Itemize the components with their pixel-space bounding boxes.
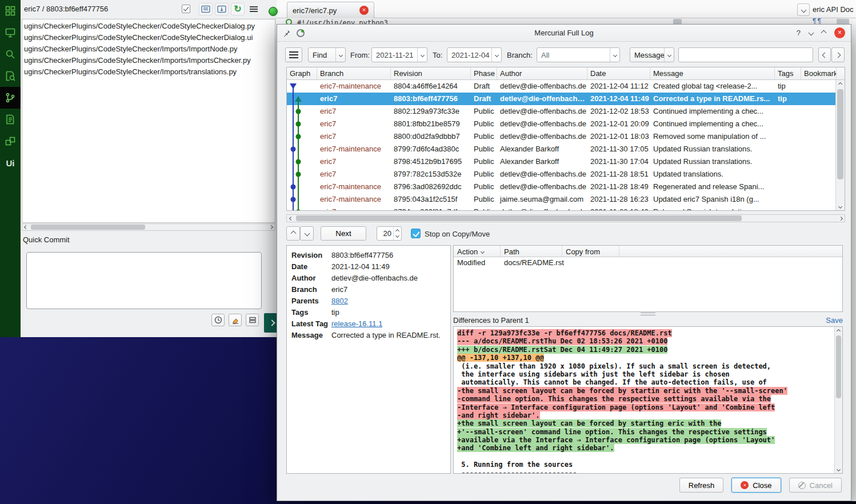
log-row[interactable]: eric78802:129a973fc33ePublicdetlev@die-o…: [287, 105, 835, 118]
dialog-title: Mercurial Full Log: [277, 29, 851, 37]
scroll-left-icon[interactable]: [287, 215, 295, 221]
file-list-hscrollbar[interactable]: [22, 223, 275, 231]
detail-value-link[interactable]: release-16.11.1: [331, 318, 382, 330]
log-column-header[interactable]: Author: [497, 67, 587, 79]
from-date-field[interactable]: 2021-11-21: [371, 47, 427, 62]
file-list-item[interactable]: ugins/CheckerPlugins/CodeStyleChecker/Co…: [22, 21, 275, 32]
rail-grid-button[interactable]: [0, 0, 21, 22]
rail-terminal-button[interactable]: [0, 22, 21, 43]
rail-find-in-files-button[interactable]: [0, 65, 21, 87]
toolbar-menu-button[interactable]: [285, 47, 302, 62]
move-down-button[interactable]: [300, 226, 314, 241]
log-hscrollbar[interactable]: [286, 214, 845, 222]
log-vscrollbar[interactable]: [835, 80, 845, 210]
files-row[interactable]: Modifieddocs/README.rst: [454, 257, 842, 269]
next-button[interactable]: Next: [321, 226, 366, 241]
log-row[interactable]: eric7-maintenance8799:7d6fc4ad380cPublic…: [287, 143, 835, 155]
panel-splitter-handle[interactable]: [453, 312, 843, 316]
files-column-action[interactable]: Action: [454, 246, 501, 257]
search-input[interactable]: [678, 47, 813, 62]
stop-on-copy-checkbox[interactable]: [411, 229, 421, 238]
shade-up-icon[interactable]: [821, 30, 827, 36]
log-column-header[interactable]: Tags: [775, 67, 801, 79]
log-column-header[interactable]: Branch: [317, 67, 391, 79]
log-column-header[interactable]: Bookmarks: [801, 67, 837, 79]
vcs-add-button[interactable]: [215, 3, 229, 15]
log-row[interactable]: eric78798:4512b9b17695PublicAlexander Ba…: [287, 155, 835, 168]
menu-button[interactable]: [247, 3, 261, 15]
commit-select-checkbox[interactable]: [182, 5, 190, 13]
scroll-down-icon[interactable]: [836, 202, 845, 210]
scrollbar-thumb[interactable]: [836, 335, 841, 398]
diff-vscrollbar[interactable]: [834, 327, 842, 473]
refresh-button[interactable]: Refresh: [679, 478, 724, 493]
log-column-header[interactable]: Date: [587, 67, 650, 79]
log-cell-author: detlev@die-offenbachs.de: [497, 105, 587, 118]
graph-line: [293, 93, 294, 105]
move-up-button[interactable]: [286, 226, 300, 241]
scrollbar-thumb[interactable]: [296, 215, 742, 221]
prev-match-button[interactable]: [818, 47, 831, 62]
file-list-item[interactable]: ugins/CheckerPlugins/CodeStyleChecker/Im…: [22, 43, 275, 55]
log-cell-phase: Public: [471, 181, 497, 193]
scrollbar-thumb[interactable]: [837, 89, 843, 179]
log-column-header[interactable]: Graph: [287, 67, 317, 79]
log-row[interactable]: eric78803:bf6eff477756Draftdetlev@die-of…: [287, 93, 835, 105]
entries-spinbox[interactable]: 20: [377, 226, 402, 241]
save-link[interactable]: Save: [826, 316, 843, 326]
tab-eric7-py[interactable]: eric7/eric7.py ×: [287, 2, 374, 18]
diff-text: the interface using sidebars with just t…: [457, 370, 730, 378]
quick-commit-submit-button[interactable]: [246, 314, 259, 326]
branch-combo[interactable]: All: [537, 47, 620, 62]
field-selector-combo[interactable]: Message: [630, 47, 674, 62]
detail-value-link[interactable]: 8802: [331, 295, 348, 307]
quick-commit-clear-button[interactable]: [229, 314, 242, 326]
log-column-header[interactable]: Revision: [391, 67, 471, 79]
log-row[interactable]: eric78801:8fbb21be8579Publicdetlev@die-o…: [287, 118, 835, 130]
rail-vcs-button[interactable]: [0, 87, 21, 109]
scroll-down-icon[interactable]: [835, 465, 842, 473]
shade-down-icon[interactable]: [809, 30, 814, 36]
log-row[interactable]: eric7-maintenance8795:043a1f2c515fPublic…: [287, 193, 835, 206]
rail-plugins-button[interactable]: [0, 130, 21, 152]
quick-commit-input[interactable]: [26, 252, 262, 309]
log-column-header[interactable]: Phase: [471, 67, 497, 79]
log-row[interactable]: eric7-maintenance8804:a46ff6e14264Draftd…: [287, 80, 835, 93]
file-list-item[interactable]: ugins/CheckerPlugins/CodeStyleChecker/Im…: [22, 66, 275, 78]
log-row[interactable]: eric7-maintenance8796:3ad082692ddcPublic…: [287, 181, 835, 193]
scroll-up-icon[interactable]: [835, 327, 842, 335]
help-button[interactable]: ?: [797, 29, 801, 37]
log-row[interactable]: eric78797:782c153d532ePublicdetlev@die-o…: [287, 168, 835, 181]
file-list-item[interactable]: ugins/CheckerPlugins/CodeStyleChecker/Co…: [22, 32, 275, 43]
tab-close-icon[interactable]: ×: [359, 6, 369, 15]
quick-commit-history-button[interactable]: [211, 314, 225, 326]
files-column-copy-from[interactable]: Copy from: [562, 246, 619, 257]
close-button[interactable]: ×Close: [731, 478, 781, 493]
scroll-left-icon[interactable]: [22, 224, 30, 230]
log-row[interactable]: eric78794:ec360f81e7dfPublicdetlev@die-o…: [287, 206, 835, 210]
spinbox-arrows[interactable]: [393, 227, 401, 240]
log-cell-message: Updated Russian translations.: [650, 143, 775, 155]
file-list-item[interactable]: ugins/CheckerPlugins/CodeStyleChecker/Im…: [22, 55, 275, 66]
diff-text: -command line option. This changes the r…: [457, 395, 771, 403]
refresh-button[interactable]: ↻: [231, 3, 245, 15]
scrollbar-thumb[interactable]: [31, 225, 145, 230]
files-column-path[interactable]: Path: [501, 246, 562, 257]
next-match-button[interactable]: [831, 47, 845, 62]
log-column-header[interactable]: Message: [650, 67, 775, 79]
find-dropdown[interactable]: Find: [308, 47, 346, 62]
rail-search-button[interactable]: [0, 43, 21, 65]
scroll-right-icon[interactable]: [267, 224, 275, 230]
vcs-commit-button[interactable]: [199, 3, 213, 15]
to-date-field[interactable]: 2021-12-04: [447, 47, 502, 62]
close-window-button[interactable]: ×: [834, 27, 845, 38]
scroll-up-icon[interactable]: [836, 80, 845, 88]
detail-row: Brancheric7: [291, 284, 446, 295]
scroll-right-icon[interactable]: [837, 215, 845, 221]
dialog-titlebar[interactable]: Mercurial Full Log ? ×: [277, 25, 851, 42]
log-row[interactable]: eric78800:d0d2fa9dbbb7Publicdetlev@die-o…: [287, 130, 835, 143]
api-doc-dropdown-button[interactable]: [797, 3, 810, 16]
cancel-button[interactable]: Cancel: [789, 478, 842, 493]
rail-document-button[interactable]: [0, 109, 21, 130]
diff-line: ----------------------------: [457, 469, 839, 474]
